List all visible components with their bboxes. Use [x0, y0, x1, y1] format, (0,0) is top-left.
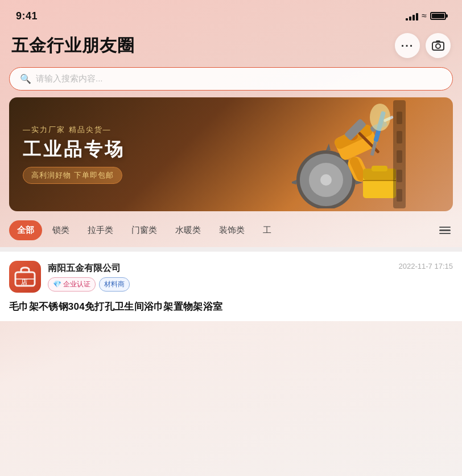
post-content-title: 毛巾架不锈钢304免打孔卫生间浴巾架置物架浴室 [9, 299, 453, 314]
material-badge: 材料商 [99, 277, 130, 292]
menu-line-3 [439, 233, 451, 235]
section-divider [0, 247, 462, 252]
svg-rect-2 [436, 40, 440, 43]
tab-handles[interactable]: 拉手类 [80, 220, 121, 240]
banner-subtitle: —实力厂家 精品尖货— [23, 125, 231, 135]
svg-rect-28 [397, 112, 402, 124]
category-tabs: 全部 锁类 拉手类 门窗类 水暖类 装饰类 工 [0, 220, 462, 247]
menu-line-1 [439, 227, 451, 228]
svg-point-1 [436, 44, 440, 48]
header: 五金行业朋友圈 ··· [0, 28, 462, 65]
tab-locks[interactable]: 锁类 [44, 220, 77, 240]
svg-rect-21 [363, 180, 396, 181]
post-meta: 南阳五金有限公司 💎 企业认证 材料商 [48, 262, 392, 292]
battery-icon [430, 12, 446, 20]
camera-button[interactable] [426, 33, 451, 58]
tab-all[interactable]: 全部 [9, 220, 42, 240]
search-container: 🔍 请输入搜索内容... [0, 65, 462, 97]
status-icons: ≈ [406, 11, 446, 21]
tool-illustration [292, 100, 406, 208]
banner-tag: 高利润好物 下单即包邮 [23, 167, 122, 184]
camera-icon [432, 40, 444, 51]
svg-rect-20 [372, 166, 387, 171]
banner-title: 工业品专场 [23, 139, 231, 159]
svg-rect-30 [397, 150, 402, 163]
status-time: 9:41 [16, 10, 38, 22]
header-actions: ··· [395, 33, 451, 58]
post-time: 2022-11-7 17:15 [399, 261, 453, 270]
svg-rect-29 [397, 131, 402, 143]
company-name: 南阳五金有限公司 [48, 262, 392, 274]
page-title: 五金行业朋友圈 [11, 34, 135, 58]
badges: 💎 企业认证 材料商 [48, 277, 392, 292]
post-header: 店 南阳五金有限公司 💎 企业认证 材料商 2022-11-7 17:15 [9, 261, 453, 293]
category-menu-button[interactable] [437, 224, 453, 237]
tab-decor[interactable]: 装饰类 [211, 220, 253, 240]
svg-rect-31 [397, 170, 402, 182]
more-button[interactable]: ··· [395, 33, 420, 58]
svg-marker-7 [326, 143, 331, 150]
search-bar[interactable]: 🔍 请输入搜索内容... [9, 67, 453, 91]
wifi-icon: ≈ [422, 11, 427, 21]
svg-marker-9 [292, 180, 296, 184]
tab-tools[interactable]: 工 [255, 220, 279, 240]
search-icon: 🔍 [20, 73, 31, 84]
search-placeholder: 请输入搜索内容... [36, 73, 103, 84]
diamond-icon: 💎 [53, 280, 61, 288]
tab-doors[interactable]: 门窗类 [123, 220, 165, 240]
banner-right [245, 97, 453, 211]
svg-point-26 [370, 104, 390, 131]
post-card: 店 南阳五金有限公司 💎 企业认证 材料商 2022-11-7 17:15 毛巾… [0, 252, 462, 321]
more-icon: ··· [401, 39, 414, 52]
svg-rect-32 [397, 189, 402, 202]
avatar-icon: 店 [14, 266, 36, 287]
avatar: 店 [9, 261, 41, 293]
banner-left: —实力厂家 精品尖货— 工业品专场 高利润好物 下单即包邮 [9, 113, 245, 195]
tab-plumbing[interactable]: 水暖类 [167, 220, 209, 240]
status-bar: 9:41 ≈ [0, 0, 462, 28]
banner[interactable]: —实力厂家 精品尖货— 工业品专场 高利润好物 下单即包邮 [9, 97, 453, 211]
enterprise-badge: 💎 企业认证 [48, 277, 96, 292]
menu-line-2 [439, 229, 451, 231]
signal-icon [406, 11, 418, 20]
svg-text:店: 店 [20, 278, 28, 285]
svg-point-6 [320, 174, 332, 186]
